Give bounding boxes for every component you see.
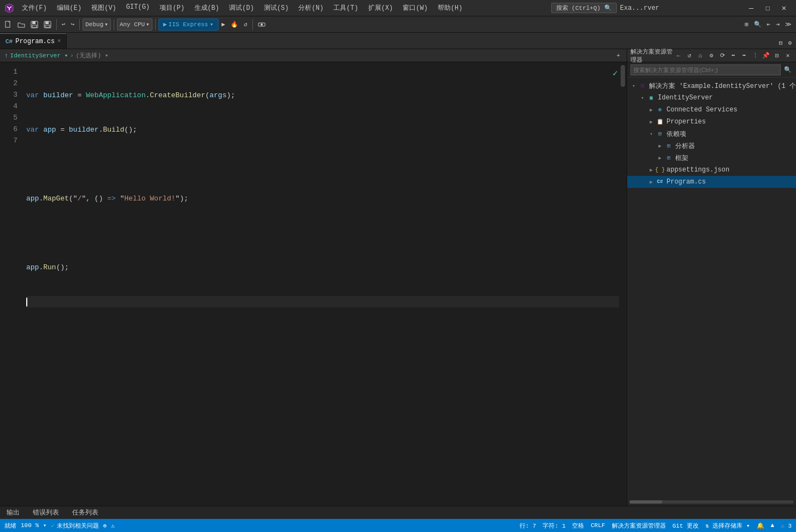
code-content[interactable]: var builder = WebApplication.CreateBuild… bbox=[22, 62, 619, 506]
bottom-tab-output[interactable]: 输出 bbox=[4, 507, 22, 518]
platform-dropdown[interactable]: Any CPU ▾ bbox=[117, 19, 152, 31]
save-all-button[interactable] bbox=[42, 19, 54, 31]
status-row[interactable]: 行: 7 bbox=[520, 522, 536, 530]
status-col[interactable]: 字符: 1 bbox=[543, 522, 565, 530]
status-up-arrow[interactable]: ▲ bbox=[771, 522, 775, 529]
status-spaces[interactable]: 空格 bbox=[572, 522, 584, 530]
zoom-dropdown[interactable]: ▾ bbox=[43, 522, 46, 529]
panel-refresh-btn[interactable]: ↺ bbox=[685, 51, 694, 61]
editor-scrollbar[interactable] bbox=[619, 62, 627, 506]
layout-button[interactable]: ⊞ bbox=[742, 19, 751, 31]
panel-sync-btn[interactable]: ⟳ bbox=[717, 51, 727, 61]
header-member-dropdown[interactable]: (无选择) ▾ bbox=[76, 51, 612, 60]
menu-extensions[interactable]: 扩展(X) bbox=[364, 2, 398, 14]
tree-properties[interactable]: ▶ 📋 Properties bbox=[627, 116, 796, 128]
status-error-count[interactable]: ⚠ 3 bbox=[781, 522, 792, 529]
minimize-button[interactable]: — bbox=[744, 3, 759, 13]
tree-analyzers[interactable]: ▶ ⊞ 分析器 bbox=[627, 140, 796, 152]
separator-4 bbox=[155, 19, 156, 30]
zoom-button[interactable]: 🔍 bbox=[752, 19, 764, 31]
menu-help[interactable]: 帮助(H) bbox=[433, 2, 467, 14]
menu-debug[interactable]: 调试(D) bbox=[225, 2, 258, 14]
status-eol[interactable]: CRLF bbox=[591, 522, 605, 529]
menu-bar: 文件(F) 编辑(E) 视图(V) GIT(G) 项目(P) 生成(B) 调试(… bbox=[17, 2, 467, 14]
menu-build[interactable]: 生成(B) bbox=[190, 2, 224, 14]
attach-button[interactable] bbox=[256, 19, 268, 31]
more-button[interactable]: ≫ bbox=[783, 19, 794, 31]
menu-project[interactable]: 项目(P) bbox=[155, 2, 189, 14]
undo-button[interactable]: ↩ bbox=[60, 19, 68, 31]
solution-icon: ⊞ bbox=[638, 81, 647, 90]
action-button[interactable]: ⊕ bbox=[103, 522, 107, 529]
status-ready[interactable]: 就绪 bbox=[4, 522, 16, 530]
tree-project[interactable]: ▾ ▣ IdentityServer bbox=[627, 92, 796, 104]
tree-solution-root[interactable]: ▾ ⊞ 解决方案 'Example.IdentityServer' (1 个项 bbox=[627, 80, 796, 92]
panel-back-btn[interactable]: ← bbox=[674, 51, 683, 61]
menu-tools[interactable]: 工具(T) bbox=[329, 2, 363, 14]
menu-file[interactable]: 文件(F) bbox=[17, 2, 51, 14]
panel-auto-hide[interactable]: ⊡ bbox=[772, 51, 782, 61]
tree-dependencies[interactable]: ▾ ⊞ 依赖项 bbox=[627, 128, 796, 140]
redo-button[interactable]: ↪ bbox=[69, 19, 77, 31]
tab-close-button[interactable]: × bbox=[57, 38, 61, 44]
menu-git[interactable]: GIT(G) bbox=[122, 2, 154, 14]
menu-test[interactable]: 测试(S) bbox=[260, 2, 293, 14]
code-editor[interactable]: 1 2 3 4 5 6 7 var builder = WebApplicati… bbox=[0, 62, 627, 506]
svg-rect-3 bbox=[32, 25, 37, 27]
tree-program-cs[interactable]: ▶ C# Program.cs bbox=[627, 176, 796, 188]
code-line-7[interactable] bbox=[26, 296, 619, 308]
tree-appsettings[interactable]: ▶ { } appsettings.json bbox=[627, 164, 796, 176]
panel-close[interactable]: ✕ bbox=[783, 51, 793, 61]
status-problems[interactable]: ✓ 未找到相关问题 bbox=[51, 522, 99, 530]
new-file-button[interactable] bbox=[2, 19, 14, 31]
status-repo[interactable]: ⇅ 选择存储库 ▾ bbox=[705, 522, 750, 530]
hot-reload-button[interactable]: 🔥 bbox=[228, 19, 240, 31]
header-class-dropdown[interactable]: IdentityServer ▾ bbox=[10, 52, 68, 59]
indent-button[interactable]: ⇤ bbox=[765, 19, 773, 31]
tree-connected-services[interactable]: ▶ ⊕ Connected Services bbox=[627, 104, 796, 116]
menu-edit[interactable]: 编辑(E) bbox=[52, 2, 86, 14]
maximize-button[interactable]: ☐ bbox=[760, 3, 775, 13]
debug-config-dropdown[interactable]: Debug ▾ bbox=[82, 19, 111, 31]
status-git[interactable]: Git 更改 bbox=[673, 522, 699, 530]
dependencies-label: 依赖项 bbox=[667, 129, 686, 139]
panel-home-btn[interactable]: ⌂ bbox=[695, 51, 705, 61]
panel-title-bar: 解决方案资源管理器 ← ↺ ⌂ ⚙ ⟳ ⬅ ➡ ⋮ 📌 ⊡ ✕ bbox=[627, 49, 796, 62]
framework-icon: ⊞ bbox=[664, 153, 673, 162]
title-search-box[interactable]: 搜索 (Ctrl+Q) 🔍 bbox=[551, 3, 617, 13]
expand-collapse-button[interactable]: + bbox=[614, 50, 622, 62]
expand-analyzers-icon: ▶ bbox=[656, 141, 664, 150]
outdent-button[interactable]: ⇥ bbox=[774, 19, 782, 31]
menu-analyze[interactable]: 分析(N) bbox=[294, 2, 328, 14]
panel-title-label: 解决方案资源管理器 bbox=[630, 48, 674, 64]
panel-more-options[interactable]: ⋮ bbox=[750, 51, 760, 61]
dock-button[interactable]: ⚙ bbox=[786, 37, 794, 49]
panel-move-fwd[interactable]: ➡ bbox=[739, 51, 749, 61]
panel-pin-btn[interactable]: 📌 bbox=[761, 51, 771, 61]
menu-view[interactable]: 视图(V) bbox=[87, 2, 121, 14]
bottom-tab-errors[interactable]: 错误列表 bbox=[31, 507, 61, 518]
panel-settings-btn[interactable]: ⚙ bbox=[706, 51, 716, 61]
doc-tab-program-cs[interactable]: C# Program.cs × bbox=[0, 33, 67, 49]
code-line-3 bbox=[26, 158, 619, 170]
search-icon[interactable]: 🔍 bbox=[783, 65, 793, 75]
restart-button[interactable]: ↺ bbox=[241, 19, 250, 31]
panel-move-back[interactable]: ⬅ bbox=[728, 51, 738, 61]
line-numbers: 1 2 3 4 5 6 7 bbox=[0, 62, 22, 506]
header-namespace: ↑ bbox=[4, 52, 8, 59]
start-button[interactable]: ▶ bbox=[220, 19, 228, 31]
panel-hscroll[interactable] bbox=[627, 498, 796, 506]
close-button[interactable]: ✕ bbox=[776, 3, 792, 13]
status-solution-explorer[interactable]: 解决方案资源管理器 bbox=[612, 522, 666, 530]
open-file-button[interactable] bbox=[15, 19, 27, 31]
solution-search-input[interactable] bbox=[630, 64, 781, 75]
split-editor-button[interactable]: ⊟ bbox=[777, 37, 785, 49]
status-bell[interactable]: 🔔 bbox=[757, 522, 764, 529]
analyzers-label: 分析器 bbox=[675, 141, 695, 151]
save-button[interactable] bbox=[28, 19, 40, 31]
menu-window[interactable]: 窗口(W) bbox=[398, 2, 432, 14]
bottom-tab-tasks[interactable]: 任务列表 bbox=[70, 507, 101, 518]
zoom-level[interactable]: 100 % bbox=[21, 522, 39, 529]
tree-framework[interactable]: ▶ ⊞ 框架 bbox=[627, 152, 796, 164]
run-button[interactable]: ▶ IIS Express ▾ bbox=[158, 19, 219, 31]
